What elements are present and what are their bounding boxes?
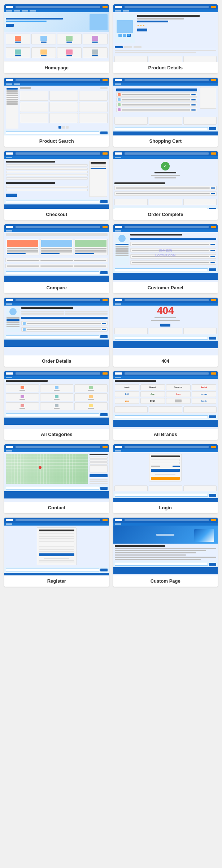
preview-card-order-complete[interactable]: ✓ [113,151,218,220]
mock-cat-item [6,393,39,401]
mock-search [125,299,209,301]
mock-all-categories [4,371,109,429]
mock-filter-item [6,101,18,103]
mock-filter-item [6,103,18,105]
mock-thumb-active [127,34,131,37]
mock-filter-item [6,90,18,92]
mock-sort-select [100,87,108,89]
mock-footer [4,276,109,282]
mock-tab [124,46,132,48]
mock-email-input [151,459,180,461]
mock-search [125,446,209,448]
preview-card-all-brands[interactable]: Apple Huawei Samsung Realtek Dell Acer A… [113,371,218,440]
mock-result-item [79,102,108,112]
mock-register-title [39,530,74,531]
mock-map-grid [6,454,88,484]
mock-brand-logo-text: Samsung [174,386,183,388]
mock-input [6,177,88,180]
mock-footer [113,498,218,502]
mock-brand-logo-text: Apple [125,386,130,388]
mock-page [66,126,69,129]
mock-cat-icon [89,404,93,407]
mock-cart-row [116,98,197,102]
preview-card-product-search[interactable]: Product Search [4,78,109,147]
mock-cart-btn [103,519,108,521]
mock-custom-page [113,518,218,575]
mock-pagination [20,126,108,129]
mock-user-nav-item [6,324,19,325]
preview-card-register[interactable]: Register [4,518,109,587]
preview-card-all-categories[interactable]: All Categories [4,371,109,440]
mock-attr-row [5,264,108,268]
mock-search [125,226,209,228]
preview-card-order-details[interactable]: Order Details [4,298,109,367]
preview-card-custom-page[interactable]: Custom Page [113,518,218,587]
mock-subscribe [4,270,109,276]
mock-custom-content [113,544,218,561]
mock-footer [113,273,218,280]
mock-product-detail-layout [113,12,218,45]
mock-header [4,298,109,303]
preview-card-compare[interactable]: Compare [4,224,109,293]
mock-header [113,371,218,376]
preview-card-login[interactable]: Login [113,444,218,513]
mock-thumb-row [118,34,131,37]
mock-logo [6,226,13,228]
mock-meta-line [65,313,107,315]
mock-nav-item [6,230,12,232]
mock-product [31,47,56,58]
mock-checkout-form [6,161,88,197]
mock-subscribe-btn [209,494,216,497]
preview-card-homepage[interactable]: Homepage [4,4,109,73]
mock-logo [6,519,13,521]
mock-user-nav-item [116,248,129,250]
mock-cart-row [116,92,197,97]
mock-header [4,4,109,9]
mock-password-input [151,462,180,464]
mock-subscribe-btn [209,208,216,209]
mock-attr-name [7,260,39,261]
mock-item-price [191,109,196,111]
mock-subscribe-input [6,413,99,416]
mock-order-row [114,186,217,190]
preview-card-customer-panel[interactable]: 云创源码 LOOWP.COM Customer Panel [113,224,218,293]
mock-cart-btn [211,226,216,228]
mock-subscribe-input [115,415,208,418]
mock-forgot-pwd [173,466,180,467]
mock-row-content [132,244,210,245]
mock-login-link [39,560,74,563]
mock-order-info [154,177,176,178]
mock-cat-icon [89,386,93,389]
preview-card-404[interactable]: 404 404 [113,298,218,367]
preview-card-checkout[interactable]: Checkout [4,151,109,220]
mock-subscribe [113,335,218,341]
mock-subscribe-btn [100,487,108,490]
preview-card-contact[interactable]: Contact [4,444,109,513]
mock-subscribe [4,567,109,573]
mock-custom-hero-img [194,529,214,542]
mock-content-text [115,557,217,558]
mock-cat-name [54,408,60,409]
mock-filter-item [6,95,18,96]
mock-page-title [6,380,48,382]
mock-form-title [90,454,108,455]
mock-row-content [116,193,210,194]
preview-card-shopping-cart[interactable]: Shopping Cart [113,78,218,147]
mock-content-text [115,550,206,551]
mock-compare-attr [75,251,106,252]
mock-content-text [115,548,217,549]
screenshot-product-search [4,78,109,135]
mock-404-content: 404 [113,306,218,327]
star-icon [140,24,142,26]
mock-subscribe-input [115,494,208,497]
preview-card-product-details[interactable]: Product Details [113,4,218,73]
mock-cat-item [74,402,108,410]
mock-cat-item [74,384,108,392]
mock-product [83,34,107,44]
mock-subscribe-btn [100,569,108,571]
mock-cat-name [19,390,25,391]
mock-content-heading [115,545,166,547]
mock-footer [4,418,109,425]
mock-compare-attr [75,248,106,249]
mock-search [125,519,209,521]
